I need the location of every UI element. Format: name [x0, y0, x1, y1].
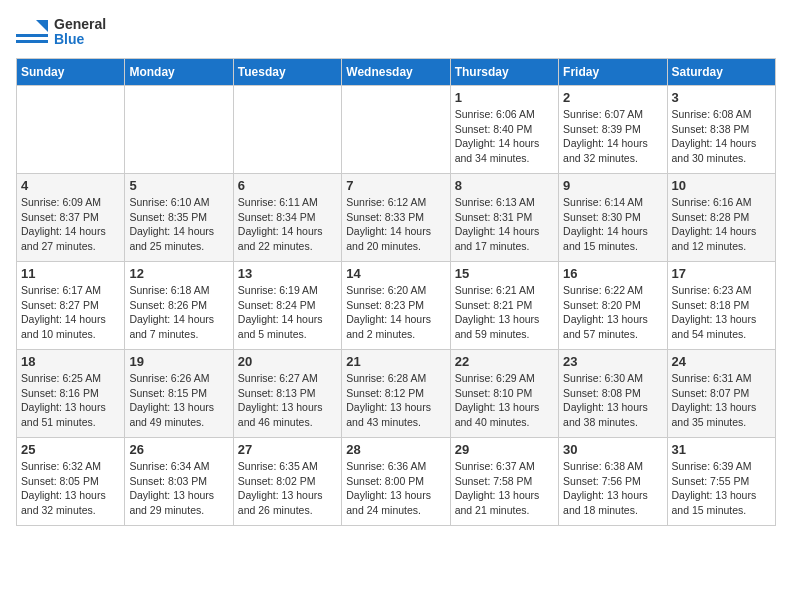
header-saturday: Saturday	[667, 59, 775, 86]
day-info: Sunrise: 6:28 AM Sunset: 8:12 PM Dayligh…	[346, 371, 445, 430]
day-info: Sunrise: 6:35 AM Sunset: 8:02 PM Dayligh…	[238, 459, 337, 518]
day-number: 29	[455, 442, 554, 457]
day-info: Sunrise: 6:22 AM Sunset: 8:20 PM Dayligh…	[563, 283, 662, 342]
day-info: Sunrise: 6:12 AM Sunset: 8:33 PM Dayligh…	[346, 195, 445, 254]
calendar-cell: 22Sunrise: 6:29 AM Sunset: 8:10 PM Dayli…	[450, 350, 558, 438]
calendar-cell: 31Sunrise: 6:39 AM Sunset: 7:55 PM Dayli…	[667, 438, 775, 526]
day-number: 1	[455, 90, 554, 105]
calendar-week-5: 25Sunrise: 6:32 AM Sunset: 8:05 PM Dayli…	[17, 438, 776, 526]
day-info: Sunrise: 6:29 AM Sunset: 8:10 PM Dayligh…	[455, 371, 554, 430]
day-info: Sunrise: 6:16 AM Sunset: 8:28 PM Dayligh…	[672, 195, 771, 254]
calendar-cell: 27Sunrise: 6:35 AM Sunset: 8:02 PM Dayli…	[233, 438, 341, 526]
calendar-cell	[342, 86, 450, 174]
day-number: 20	[238, 354, 337, 369]
day-number: 10	[672, 178, 771, 193]
calendar-cell: 21Sunrise: 6:28 AM Sunset: 8:12 PM Dayli…	[342, 350, 450, 438]
calendar-cell: 29Sunrise: 6:37 AM Sunset: 7:58 PM Dayli…	[450, 438, 558, 526]
logo-text-blue: Blue	[54, 32, 106, 47]
day-number: 14	[346, 266, 445, 281]
svg-rect-3	[16, 40, 48, 43]
day-info: Sunrise: 6:07 AM Sunset: 8:39 PM Dayligh…	[563, 107, 662, 166]
day-number: 30	[563, 442, 662, 457]
day-number: 31	[672, 442, 771, 457]
day-info: Sunrise: 6:36 AM Sunset: 8:00 PM Dayligh…	[346, 459, 445, 518]
day-info: Sunrise: 6:38 AM Sunset: 7:56 PM Dayligh…	[563, 459, 662, 518]
calendar-cell: 9Sunrise: 6:14 AM Sunset: 8:30 PM Daylig…	[559, 174, 667, 262]
logo: General Blue	[16, 16, 106, 48]
header-sunday: Sunday	[17, 59, 125, 86]
calendar-week-4: 18Sunrise: 6:25 AM Sunset: 8:16 PM Dayli…	[17, 350, 776, 438]
day-number: 11	[21, 266, 120, 281]
day-number: 28	[346, 442, 445, 457]
calendar-cell: 15Sunrise: 6:21 AM Sunset: 8:21 PM Dayli…	[450, 262, 558, 350]
calendar-cell: 17Sunrise: 6:23 AM Sunset: 8:18 PM Dayli…	[667, 262, 775, 350]
day-number: 3	[672, 90, 771, 105]
calendar-cell: 23Sunrise: 6:30 AM Sunset: 8:08 PM Dayli…	[559, 350, 667, 438]
day-info: Sunrise: 6:21 AM Sunset: 8:21 PM Dayligh…	[455, 283, 554, 342]
day-info: Sunrise: 6:08 AM Sunset: 8:38 PM Dayligh…	[672, 107, 771, 166]
day-info: Sunrise: 6:26 AM Sunset: 8:15 PM Dayligh…	[129, 371, 228, 430]
day-number: 26	[129, 442, 228, 457]
header-friday: Friday	[559, 59, 667, 86]
day-number: 5	[129, 178, 228, 193]
day-number: 7	[346, 178, 445, 193]
day-number: 22	[455, 354, 554, 369]
header-monday: Monday	[125, 59, 233, 86]
day-number: 13	[238, 266, 337, 281]
calendar-cell: 30Sunrise: 6:38 AM Sunset: 7:56 PM Dayli…	[559, 438, 667, 526]
logo-block: General Blue	[16, 16, 106, 48]
calendar-cell: 19Sunrise: 6:26 AM Sunset: 8:15 PM Dayli…	[125, 350, 233, 438]
day-info: Sunrise: 6:34 AM Sunset: 8:03 PM Dayligh…	[129, 459, 228, 518]
calendar-cell: 26Sunrise: 6:34 AM Sunset: 8:03 PM Dayli…	[125, 438, 233, 526]
calendar-cell	[233, 86, 341, 174]
calendar-cell: 7Sunrise: 6:12 AM Sunset: 8:33 PM Daylig…	[342, 174, 450, 262]
day-info: Sunrise: 6:27 AM Sunset: 8:13 PM Dayligh…	[238, 371, 337, 430]
header-wednesday: Wednesday	[342, 59, 450, 86]
day-number: 23	[563, 354, 662, 369]
day-info: Sunrise: 6:13 AM Sunset: 8:31 PM Dayligh…	[455, 195, 554, 254]
day-number: 27	[238, 442, 337, 457]
day-info: Sunrise: 6:31 AM Sunset: 8:07 PM Dayligh…	[672, 371, 771, 430]
calendar-cell: 8Sunrise: 6:13 AM Sunset: 8:31 PM Daylig…	[450, 174, 558, 262]
page-header: General Blue	[16, 16, 776, 48]
day-info: Sunrise: 6:20 AM Sunset: 8:23 PM Dayligh…	[346, 283, 445, 342]
day-number: 2	[563, 90, 662, 105]
logo-svg	[16, 16, 48, 48]
logo-text-general: General	[54, 17, 106, 32]
calendar-cell: 20Sunrise: 6:27 AM Sunset: 8:13 PM Dayli…	[233, 350, 341, 438]
day-number: 12	[129, 266, 228, 281]
day-number: 9	[563, 178, 662, 193]
day-number: 16	[563, 266, 662, 281]
day-number: 19	[129, 354, 228, 369]
day-number: 24	[672, 354, 771, 369]
calendar-cell: 16Sunrise: 6:22 AM Sunset: 8:20 PM Dayli…	[559, 262, 667, 350]
day-info: Sunrise: 6:06 AM Sunset: 8:40 PM Dayligh…	[455, 107, 554, 166]
day-info: Sunrise: 6:18 AM Sunset: 8:26 PM Dayligh…	[129, 283, 228, 342]
calendar-week-1: 1Sunrise: 6:06 AM Sunset: 8:40 PM Daylig…	[17, 86, 776, 174]
day-number: 8	[455, 178, 554, 193]
day-info: Sunrise: 6:11 AM Sunset: 8:34 PM Dayligh…	[238, 195, 337, 254]
calendar-header-row: SundayMondayTuesdayWednesdayThursdayFrid…	[17, 59, 776, 86]
calendar-cell: 4Sunrise: 6:09 AM Sunset: 8:37 PM Daylig…	[17, 174, 125, 262]
calendar-cell: 11Sunrise: 6:17 AM Sunset: 8:27 PM Dayli…	[17, 262, 125, 350]
calendar-cell: 14Sunrise: 6:20 AM Sunset: 8:23 PM Dayli…	[342, 262, 450, 350]
calendar-cell: 10Sunrise: 6:16 AM Sunset: 8:28 PM Dayli…	[667, 174, 775, 262]
calendar-cell: 18Sunrise: 6:25 AM Sunset: 8:16 PM Dayli…	[17, 350, 125, 438]
calendar-table: SundayMondayTuesdayWednesdayThursdayFrid…	[16, 58, 776, 526]
day-info: Sunrise: 6:14 AM Sunset: 8:30 PM Dayligh…	[563, 195, 662, 254]
calendar-cell: 3Sunrise: 6:08 AM Sunset: 8:38 PM Daylig…	[667, 86, 775, 174]
calendar-cell	[17, 86, 125, 174]
day-info: Sunrise: 6:30 AM Sunset: 8:08 PM Dayligh…	[563, 371, 662, 430]
day-number: 15	[455, 266, 554, 281]
day-number: 18	[21, 354, 120, 369]
day-info: Sunrise: 6:09 AM Sunset: 8:37 PM Dayligh…	[21, 195, 120, 254]
day-number: 17	[672, 266, 771, 281]
day-number: 4	[21, 178, 120, 193]
calendar-week-3: 11Sunrise: 6:17 AM Sunset: 8:27 PM Dayli…	[17, 262, 776, 350]
day-number: 25	[21, 442, 120, 457]
calendar-cell: 24Sunrise: 6:31 AM Sunset: 8:07 PM Dayli…	[667, 350, 775, 438]
day-info: Sunrise: 6:23 AM Sunset: 8:18 PM Dayligh…	[672, 283, 771, 342]
day-info: Sunrise: 6:17 AM Sunset: 8:27 PM Dayligh…	[21, 283, 120, 342]
day-info: Sunrise: 6:37 AM Sunset: 7:58 PM Dayligh…	[455, 459, 554, 518]
calendar-cell: 13Sunrise: 6:19 AM Sunset: 8:24 PM Dayli…	[233, 262, 341, 350]
